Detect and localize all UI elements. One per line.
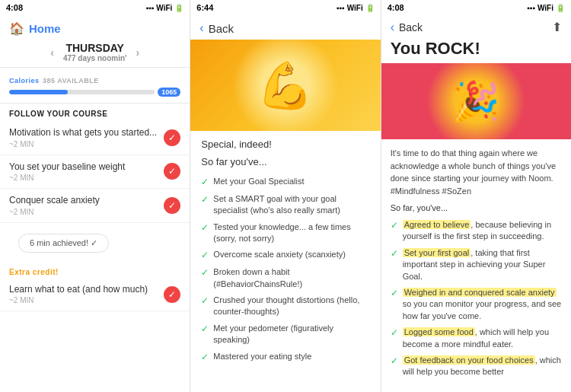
list-item-text: Met your pedometer (figuratively speakin… bbox=[213, 323, 369, 346]
check-circle-2: ✓ bbox=[164, 197, 180, 214]
list-item-text: Met your Goal Specialist bbox=[213, 176, 304, 187]
wifi-icon-m: WiFi bbox=[347, 4, 363, 12]
course-item-text-2: Conquer scale anxiety ~2 MIN bbox=[9, 195, 158, 216]
middle-so-far: So far you've... bbox=[201, 156, 369, 167]
home-label: Home bbox=[29, 22, 61, 35]
wifi-icon-r: WiFi bbox=[538, 4, 553, 12]
battery-icon-r: 🔋 bbox=[556, 4, 565, 12]
check-mark-icon: ✓ bbox=[201, 176, 209, 189]
calories-progress-bar bbox=[9, 90, 155, 94]
highlight-text-0: Agreed to believe bbox=[403, 220, 471, 229]
list-item: ✓ Logged some food, which will help you … bbox=[391, 324, 562, 352]
list-item-text: Broken down a habit (#BehaviorChainsRule… bbox=[213, 266, 369, 290]
right-illustration: 🎉 bbox=[452, 79, 499, 123]
extra-course-item-title: Learn what to eat (and how much) bbox=[9, 284, 158, 296]
calories-bar-row: 1065 bbox=[9, 88, 180, 97]
back-icon-right: ‹ bbox=[391, 21, 394, 34]
list-item: ✓Overcome scale anxiety (scanxiety) bbox=[201, 247, 369, 264]
next-day-button[interactable]: › bbox=[136, 46, 139, 59]
achievement-badge: 6 min achieved! ✓ bbox=[18, 234, 109, 253]
calories-number: 1065 bbox=[158, 88, 180, 97]
right-header-row: ‹ Back ⬆ bbox=[381, 15, 571, 39]
list-item: ✓ Weighed in and conquered scale anxiety… bbox=[391, 285, 562, 324]
calories-section: Calories 385 AVAILABLE 1065 bbox=[0, 68, 190, 104]
list-item-text: Crushed your thought distortions (hello,… bbox=[213, 295, 369, 318]
highlight-text-3: Logged some food bbox=[403, 327, 475, 336]
right-so-far: So far, you've... bbox=[391, 203, 562, 212]
course-item-time-1: ~2 MIN bbox=[9, 174, 158, 182]
course-item-title-1: You set your baseline weight bbox=[9, 161, 158, 174]
status-bar-left: 4:08 ▪▪▪ WiFi 🔋 bbox=[0, 0, 190, 15]
battery-icon: 🔋 bbox=[174, 4, 183, 12]
panel-right: ‹ Back ⬆ You ROCK! 🎉 It's time to do tha… bbox=[381, 15, 571, 392]
back-label-middle[interactable]: Back bbox=[209, 22, 234, 35]
signal-icon: ▪▪▪ bbox=[146, 4, 155, 12]
achievement-area: 6 min achieved! ✓ bbox=[0, 223, 190, 263]
highlight-text-2: Weighed in and conquered scale anxiety bbox=[403, 288, 557, 297]
status-bar-row: 4:08 ▪▪▪ WiFi 🔋 6:44 ▪▪▪ WiFi 🔋 4:08 ▪▪▪… bbox=[0, 0, 571, 15]
right-title: You ROCK! bbox=[381, 39, 571, 63]
prev-day-button[interactable]: ‹ bbox=[50, 46, 54, 59]
course-item-2[interactable]: Conquer scale anxiety ~2 MIN ✓ bbox=[0, 189, 190, 223]
extra-credit-label: Extra credit! bbox=[9, 268, 180, 276]
check-mark-icon: ✓ bbox=[201, 351, 209, 364]
day-info: THURSDAY 477 days noomin' bbox=[63, 42, 127, 62]
check-mark-icon: ✓ bbox=[391, 355, 398, 368]
back-label-right[interactable]: Back bbox=[399, 21, 423, 33]
right-checklist: ✓ Agreed to believe, because believing i… bbox=[391, 217, 562, 381]
middle-header-nav: ‹ Back bbox=[199, 21, 371, 35]
check-mark-icon: ✓ bbox=[391, 287, 398, 300]
status-icons-middle: ▪▪▪ WiFi 🔋 bbox=[337, 4, 375, 12]
list-item: ✓Mastered your eating style bbox=[201, 349, 369, 366]
list-item-text: Tested your knowledge... a few times (so… bbox=[213, 221, 369, 245]
course-item-time-0: ~2 MIN bbox=[9, 140, 158, 148]
follow-course-label: FOLLOW YOUR COURSE bbox=[0, 104, 190, 121]
middle-checklist: ✓Met your Goal Specialist ✓Set a SMART g… bbox=[201, 174, 369, 365]
share-icon[interactable]: ⬆ bbox=[552, 20, 562, 34]
middle-hero-image: 💪 bbox=[190, 40, 380, 131]
course-item-1[interactable]: You set your baseline weight ~2 MIN ✓ bbox=[0, 155, 190, 190]
list-item: ✓Met your Goal Specialist bbox=[201, 174, 369, 191]
list-item: ✓Broken down a habit (#BehaviorChainsRul… bbox=[201, 264, 369, 292]
home-header: 🏠 Home bbox=[0, 15, 190, 40]
signal-icon-r: ▪▪▪ bbox=[527, 4, 535, 12]
panel-home: 🏠 Home ‹ THURSDAY 477 days noomin' › Cal… bbox=[0, 15, 190, 392]
list-item-text: Set a SMART goal with your goal speciali… bbox=[213, 193, 369, 217]
check-circle-0: ✓ bbox=[164, 129, 180, 146]
extra-credit-section: Extra credit! bbox=[0, 263, 190, 278]
calories-progress-fill bbox=[9, 90, 68, 94]
list-item-rest-2: so you can monitor your progress, and se… bbox=[403, 299, 562, 320]
panel-middle: ‹ Back 💪 Special, indeed! So far you've.… bbox=[190, 15, 381, 392]
status-icons-left: ▪▪▪ WiFi 🔋 bbox=[146, 4, 184, 12]
middle-intro: Special, indeed! bbox=[201, 139, 369, 150]
home-header-content: 🏠 Home bbox=[9, 21, 180, 36]
extra-course-item[interactable]: Learn what to eat (and how much) ~2 MIN … bbox=[0, 278, 190, 312]
list-item-text: Mastered your eating style bbox=[213, 351, 311, 362]
check-mark-icon: ✓ bbox=[391, 219, 398, 232]
course-item-text-0: Motivation is what gets you started... ~… bbox=[9, 127, 158, 148]
right-content: It's time to do that thing again where w… bbox=[381, 139, 571, 392]
calories-available: 385 AVAILABLE bbox=[43, 77, 99, 84]
highlight-text-1: Set your first goal bbox=[403, 248, 471, 257]
list-item: ✓ Agreed to believe, because believing i… bbox=[391, 217, 562, 245]
list-item-text: Overcome scale anxiety (scanxiety) bbox=[213, 249, 346, 260]
middle-header: ‹ Back bbox=[190, 15, 380, 40]
course-item-0[interactable]: Motivation is what gets you started... ~… bbox=[0, 121, 190, 155]
home-icon: 🏠 bbox=[9, 21, 24, 36]
time-right: 4:08 bbox=[388, 3, 404, 12]
check-mark-icon: ✓ bbox=[201, 249, 209, 262]
right-header-left: ‹ Back bbox=[391, 21, 423, 34]
middle-illustration: 💪 bbox=[257, 59, 314, 113]
right-hero-image: 🎉 bbox=[381, 63, 571, 139]
middle-content: Special, indeed! So far you've... ✓Met y… bbox=[190, 131, 380, 392]
list-item-text: Got feedback on your food choices, which… bbox=[403, 355, 562, 378]
right-description: It's time to do that thing again where w… bbox=[391, 147, 562, 197]
course-item-text-1: You set your baseline weight ~2 MIN bbox=[9, 161, 158, 183]
wifi-icon: WiFi bbox=[156, 4, 172, 12]
achievement-text: 6 min achieved! ✓ bbox=[30, 238, 97, 248]
day-name-row: ‹ THURSDAY 477 days noomin' › bbox=[0, 42, 190, 62]
list-item: ✓Crushed your thought distortions (hello… bbox=[201, 292, 369, 320]
check-circle-extra: ✓ bbox=[164, 286, 180, 303]
status-icons-right: ▪▪▪ WiFi 🔋 bbox=[527, 4, 565, 12]
battery-icon-m: 🔋 bbox=[365, 4, 375, 12]
